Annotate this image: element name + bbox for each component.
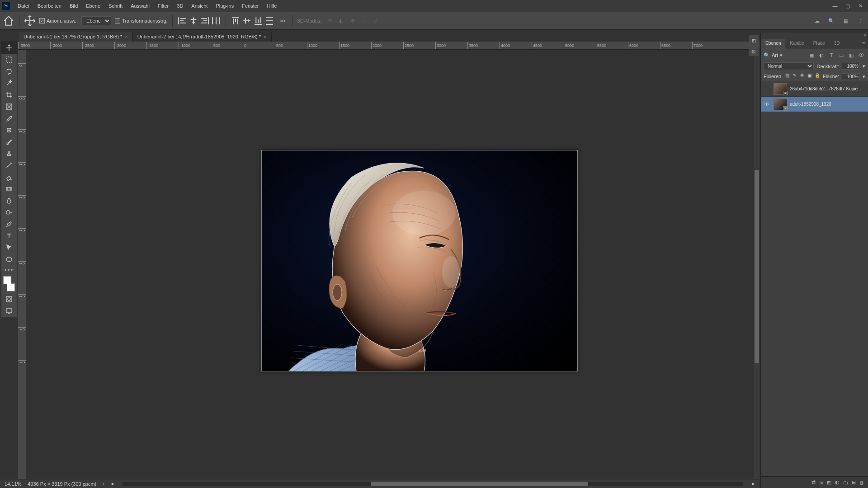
transform-controls-checkbox[interactable]: Transformationsstrg. — [115, 18, 167, 23]
layer-name[interactable]: adult-1852908_1920 — [790, 102, 866, 107]
align-right-icon[interactable] — [200, 16, 210, 26]
search-icon[interactable]: 🔍 — [826, 16, 836, 26]
lock-position-icon[interactable]: ✥ — [800, 73, 805, 80]
layer-thumbnail[interactable]: ▣ — [774, 99, 787, 110]
filter-toggle-icon[interactable]: ⦿ — [857, 51, 865, 59]
new-layer-icon[interactable]: ⊞ — [852, 479, 856, 485]
menu-filter[interactable]: Filter — [154, 1, 173, 10]
menu-ansicht[interactable]: Ansicht — [187, 1, 212, 10]
menu-datei[interactable]: Datei — [14, 1, 33, 10]
adjustment-layer-icon[interactable]: ◐ — [835, 479, 840, 485]
layer-thumbnail[interactable]: ▣ — [774, 83, 787, 95]
group-icon[interactable]: 🗀 — [843, 480, 848, 485]
auto-select-checkbox[interactable]: Autom. ausw.: — [39, 18, 78, 23]
color-swatches[interactable] — [3, 276, 15, 291]
filter-shape-icon[interactable]: ▭ — [837, 51, 845, 59]
panel-collapse[interactable]: » — [761, 33, 868, 39]
screen-mode-tool[interactable] — [1, 305, 17, 317]
frame-tool[interactable] — [1, 101, 17, 113]
opacity-chevron-icon[interactable]: ▾ — [863, 63, 865, 69]
menu-bild[interactable]: Bild — [66, 1, 82, 10]
healing-brush-tool[interactable] — [1, 124, 17, 136]
menu-bearbeiten[interactable]: Bearbeiten — [33, 1, 66, 10]
delete-layer-icon[interactable]: 🗑 — [859, 480, 864, 485]
history-panel-icon[interactable]: ◩ — [749, 35, 759, 45]
lock-pixels-icon[interactable]: ✎ — [793, 73, 797, 80]
scroll-left-icon[interactable]: ◂ — [111, 481, 113, 487]
filter-type-icon[interactable]: T — [827, 51, 835, 59]
layer-name[interactable]: 26ab471dd8dc52...7828df7 Kopie — [790, 86, 866, 91]
crop-tool[interactable] — [1, 89, 17, 101]
menu-hilfe[interactable]: Hilfe — [263, 1, 281, 10]
path-selection-tool[interactable] — [1, 242, 17, 253]
brush-tool[interactable] — [1, 136, 17, 148]
canvas[interactable] — [26, 50, 760, 479]
lock-all-icon[interactable]: 🔒 — [815, 73, 820, 80]
document-image[interactable] — [261, 150, 578, 371]
lock-transparency-icon[interactable]: ▨ — [785, 73, 790, 80]
workspace-icon[interactable]: ▦ — [841, 16, 851, 26]
document-tab[interactable]: Unbenannt-2 bei 14,1% (adult-1852908_192… — [133, 32, 272, 42]
panel-menu-icon[interactable]: ≡ — [859, 39, 868, 49]
blend-mode-select[interactable]: Normal — [764, 62, 814, 70]
tab-kanaele[interactable]: Kanäle — [785, 39, 808, 49]
type-tool[interactable] — [1, 230, 17, 242]
distribute-v-icon[interactable] — [264, 16, 274, 26]
filter-smart-icon[interactable]: ◧ — [847, 51, 855, 59]
scroll-right-icon[interactable]: ▸ — [752, 481, 755, 487]
eyedropper-tool[interactable] — [1, 113, 17, 124]
home-icon[interactable] — [3, 15, 14, 27]
more-options-icon[interactable]: ••• — [278, 16, 288, 26]
quick-mask-tool[interactable] — [1, 293, 17, 305]
filter-type[interactable]: Art — [772, 52, 778, 58]
filter-adjust-icon[interactable]: ◐ — [817, 51, 826, 59]
magic-wand-tool[interactable] — [1, 77, 17, 89]
gradient-tool[interactable] — [1, 183, 17, 195]
horizontal-scrollbar[interactable] — [123, 482, 743, 486]
marquee-tool[interactable] — [1, 54, 17, 66]
lasso-tool[interactable] — [1, 66, 17, 77]
document-dimensions[interactable]: 4936 Px × 3319 Px (300 ppcm) — [28, 481, 96, 487]
fill-input[interactable] — [842, 73, 860, 80]
clone-stamp-tool[interactable] — [1, 148, 17, 160]
zoom-level[interactable]: 14.11% — [5, 481, 21, 487]
status-chevron-icon[interactable]: › — [103, 481, 104, 487]
share-icon[interactable]: ⇪ — [855, 16, 865, 26]
blur-tool[interactable] — [1, 195, 17, 206]
eraser-tool[interactable] — [1, 171, 17, 183]
properties-panel-icon[interactable]: ◍ — [749, 46, 759, 56]
tab-3d[interactable]: 3D — [830, 39, 844, 49]
fill-chevron-icon[interactable]: ▾ — [863, 74, 865, 80]
layer-style-icon[interactable]: fx — [819, 480, 823, 485]
align-top-icon[interactable] — [231, 16, 241, 26]
auto-select-target[interactable]: Ebene — [81, 16, 111, 25]
menu-fenster[interactable]: Fenster — [238, 1, 263, 10]
vertical-scrollbar[interactable] — [754, 50, 760, 479]
align-bottom-icon[interactable] — [253, 16, 263, 26]
menu-auswahl[interactable]: Auswahl — [127, 1, 154, 10]
move-tool-icon[interactable] — [24, 15, 36, 27]
close-icon[interactable]: × — [264, 34, 266, 39]
close-icon[interactable]: × — [125, 34, 127, 39]
lock-artboard-icon[interactable]: ▣ — [807, 73, 812, 80]
link-layers-icon[interactable]: ⇄ — [811, 479, 816, 485]
tab-ebenen[interactable]: Ebenen — [761, 39, 785, 49]
move-tool[interactable] — [1, 42, 17, 54]
maximize-button[interactable]: ▢ — [842, 2, 854, 10]
vertical-ruler[interactable]: 050010001500200025003000350040004500 — [18, 50, 26, 479]
opacity-input[interactable] — [842, 63, 860, 70]
history-brush-tool[interactable] — [1, 160, 17, 171]
minimize-button[interactable]: — — [829, 2, 841, 10]
cloud-docs-icon[interactable]: ☁ — [812, 16, 822, 26]
visibility-toggle[interactable]: 👁 — [763, 101, 771, 108]
align-middle-icon[interactable] — [242, 16, 252, 26]
edit-toolbar[interactable]: ••• — [1, 265, 17, 274]
close-button[interactable]: ✕ — [854, 2, 866, 10]
layer-row[interactable]: ▣ 26ab471dd8dc52...7828df7 Kopie — [761, 81, 868, 97]
menu-schrift[interactable]: Schrift — [104, 1, 127, 10]
menu-ebene[interactable]: Ebene — [82, 1, 104, 10]
layer-row[interactable]: 👁 ▣ adult-1852908_1920 — [761, 97, 868, 112]
dodge-tool[interactable] — [1, 206, 17, 218]
align-left-icon[interactable] — [177, 16, 187, 26]
filter-pixel-icon[interactable]: ▦ — [807, 51, 816, 59]
